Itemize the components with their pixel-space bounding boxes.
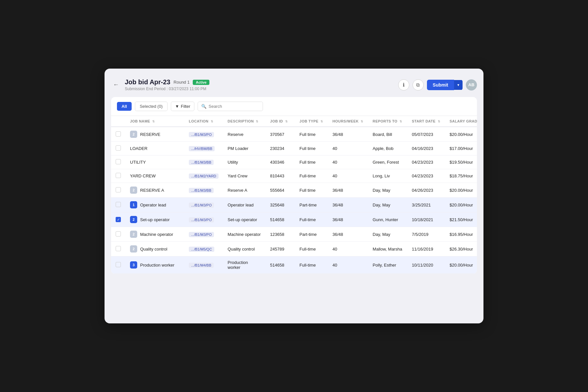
sort-icon: ⇅ — [285, 120, 288, 123]
col-header-reports-to[interactable]: REPORTS TO ⇅ — [368, 116, 407, 127]
row-description: Operator lead — [223, 198, 266, 212]
row-checkbox[interactable] — [116, 173, 121, 178]
row-reports-to: Gunn, Hunter — [368, 212, 407, 227]
row-job-id: 514658 — [266, 212, 295, 227]
row-job-type: Part-time — [295, 227, 328, 242]
select-all-header[interactable] — [111, 116, 125, 127]
table-row: YARD CREW.../B1/M2/YARDYard Crew810443Fu… — [111, 169, 477, 183]
sort-icon: ⇅ — [320, 120, 323, 123]
table-row: ✓2Set-up operator.../B1/M3/POSet-up oper… — [111, 212, 477, 227]
row-start-date: 04/23/2023 — [407, 169, 445, 183]
row-job-name: 2Machine operator — [125, 227, 184, 242]
col-header-location[interactable]: LOCATION ⇅ — [184, 116, 223, 127]
sort-icon: ⇅ — [400, 120, 402, 123]
table-header: JOB NAME ⇅ LOCATION ⇅ DESCRIPTION ⇅ JOB … — [111, 116, 477, 127]
col-header-description[interactable]: DESCRIPTION ⇅ — [223, 116, 266, 127]
sort-icon: ⇅ — [211, 120, 213, 123]
clipboard-button[interactable]: ⧉ — [413, 79, 424, 90]
row-checkbox[interactable] — [116, 159, 121, 164]
back-button[interactable]: ← — [111, 81, 121, 89]
row-hours-week: 36/48 — [328, 212, 368, 227]
filter-button[interactable]: ▼ Filter — [171, 102, 195, 111]
row-checkbox[interactable] — [116, 262, 121, 267]
search-input[interactable] — [208, 104, 254, 109]
row-salary-grade: $20.00/Hour — [445, 127, 477, 142]
row-checkbox[interactable] — [116, 131, 121, 137]
row-checkbox-cell — [111, 227, 125, 242]
row-checkbox[interactable]: ✓ — [116, 217, 121, 222]
row-job-id: 245789 — [266, 242, 295, 256]
row-hours-week: 36/48 — [328, 183, 368, 198]
row-checkbox[interactable] — [116, 145, 121, 151]
row-salary-grade: $20.00/Hour — [445, 183, 477, 198]
col-header-job-type[interactable]: JOB TYPE ⇅ — [295, 116, 328, 127]
col-header-salary-grade[interactable]: SALARY GRADE ⇅ — [445, 116, 477, 127]
row-job-type: Full-time — [295, 212, 328, 227]
row-salary-grade: $17.00/Hour — [445, 142, 477, 155]
table-row: 2RESERVE A.../B1/M3/BBReserve A555664Ful… — [111, 183, 477, 198]
priority-badge: 3 — [130, 261, 137, 269]
info-button[interactable]: ℹ — [398, 79, 409, 90]
row-salary-grade: $16.95/Hour — [445, 227, 477, 242]
job-name-text: Machine operator — [140, 232, 173, 237]
col-header-hours-week[interactable]: HOURS/WEEK ⇅ — [328, 116, 368, 127]
col-header-job-name[interactable]: JOB NAME ⇅ — [125, 116, 184, 127]
row-checkbox-cell — [111, 127, 125, 142]
row-salary-grade: $18.75/Hour — [445, 169, 477, 183]
job-name-text: UTILITY — [130, 160, 146, 165]
row-checkbox[interactable] — [116, 187, 121, 192]
tab-all-button[interactable]: All — [117, 102, 132, 111]
row-reports-to: Mallow, Marsha — [368, 242, 407, 256]
row-location: .../B1/M3/PO — [184, 212, 223, 227]
row-reports-to: Polly, Esther — [368, 256, 407, 274]
row-job-name: 2Quality control — [125, 242, 184, 256]
row-job-id: 123658 — [266, 227, 295, 242]
row-hours-week: 40 — [328, 256, 368, 274]
sort-icon: ⇅ — [256, 120, 258, 123]
priority-badge: 2 — [130, 216, 137, 223]
row-hours-week: 36/48 — [328, 198, 368, 212]
row-reports-to: Apple, Bob — [368, 142, 407, 155]
row-checkbox[interactable] — [116, 202, 121, 207]
row-salary-grade: $20.00/Hour — [445, 256, 477, 274]
row-job-id: 325648 — [266, 198, 295, 212]
table-row: 2Quality control.../B1/M5/QCQuality cont… — [111, 242, 477, 256]
job-name-text: Operator lead — [140, 203, 166, 207]
submit-caret-button[interactable]: ▾ — [454, 80, 463, 90]
page-title: Job bid Apr-23 — [125, 78, 170, 86]
row-job-id: 555664 — [266, 183, 295, 198]
table-row: 2Machine operator.../B1/M3/POMachine ope… — [111, 227, 477, 242]
row-description: Reserve A — [223, 183, 266, 198]
table-row: LOADER.../HV/BM/BBPM Loader230234Full ti… — [111, 142, 477, 155]
priority-badge: 2 — [130, 131, 137, 138]
round-label: Round 1 — [173, 80, 189, 85]
row-hours-week: 36/48 — [328, 127, 368, 142]
row-job-name: 2Set-up operator — [125, 212, 184, 227]
row-checkbox-cell — [111, 198, 125, 212]
row-location: .../B1/M4/BB — [184, 256, 223, 274]
row-checkbox[interactable] — [116, 231, 121, 237]
row-checkbox-cell — [111, 155, 125, 169]
main-card: All Selected (0) ▼ Filter 🔍 JOB NAME ⇅ L… — [111, 97, 477, 274]
col-header-start-date[interactable]: START DATE ⇅ — [407, 116, 445, 127]
sort-icon: ⇅ — [152, 120, 155, 123]
job-name-text: Quality control — [140, 247, 167, 252]
row-description: Quality control — [223, 242, 266, 256]
row-location: .../HV/BM/BB — [184, 142, 223, 155]
row-job-name: LOADER — [125, 142, 184, 155]
search-icon: 🔍 — [201, 104, 206, 109]
sort-icon: ⇅ — [361, 120, 363, 123]
job-name-text: RESERVE A — [140, 188, 164, 193]
submit-button[interactable]: Submit — [427, 80, 454, 90]
row-start-date: 3/25/2021 — [407, 198, 445, 212]
row-location: .../B1/M5/QC — [184, 242, 223, 256]
priority-badge: 1 — [130, 201, 137, 208]
toolbar: All Selected (0) ▼ Filter 🔍 — [111, 97, 477, 116]
row-reports-to: Day, May — [368, 183, 407, 198]
tab-selected-button[interactable]: Selected (0) — [135, 102, 168, 111]
row-reports-to: Long, Liv — [368, 169, 407, 183]
row-start-date: 04/23/2023 — [407, 155, 445, 169]
row-salary-grade: $21.50/Hour — [445, 212, 477, 227]
row-checkbox[interactable] — [116, 246, 121, 251]
col-header-job-id[interactable]: JOB ID ⇅ — [266, 116, 295, 127]
